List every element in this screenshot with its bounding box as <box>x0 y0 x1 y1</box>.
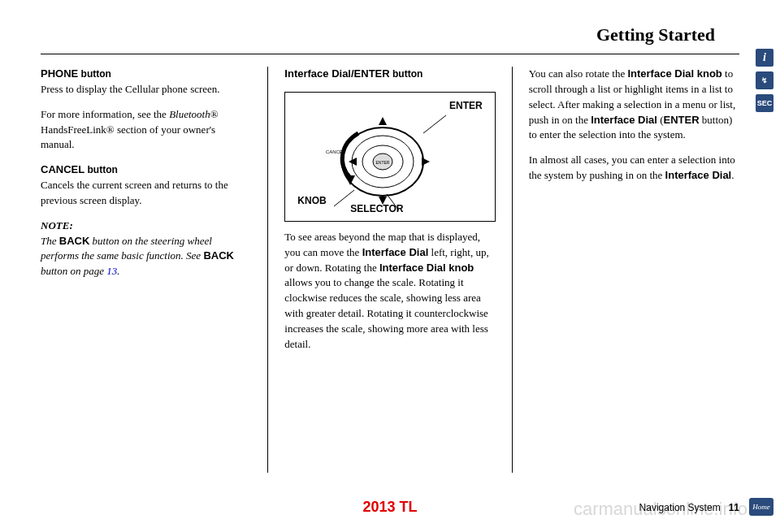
svg-line-12 <box>334 190 354 206</box>
svg-marker-9 <box>349 158 357 166</box>
col3-para1: You can also rotate the Interface Dial k… <box>529 67 739 143</box>
note-body: The BACK button on the steering wheel pe… <box>41 235 234 278</box>
sec-icon[interactable]: SEC <box>756 94 774 112</box>
interface-dial-heading: Interface Dial/ENTER button <box>284 67 422 80</box>
svg-marker-7 <box>379 117 387 125</box>
column-divider <box>267 67 268 473</box>
svg-line-11 <box>423 115 446 133</box>
footer: 2013 TL Navigation System 11 <box>0 499 780 516</box>
interface-dial-figure: ENTER KNOB SELECTOR ENTER CANCEL <box>284 92 495 222</box>
phone-more-text: For more information, see the <box>41 108 169 120</box>
side-nav-icons: i ↯ SEC <box>756 49 774 112</box>
interface-dial-body: To see areas beyond the map that is disp… <box>284 230 495 353</box>
column-divider <box>512 67 513 473</box>
footer-right: Navigation System 11 <box>639 502 739 513</box>
header-divider <box>41 54 739 54</box>
svg-text:ENTER: ENTER <box>376 160 390 165</box>
phone-heading: PHONE button <box>41 67 111 80</box>
home-icon[interactable]: Home <box>749 498 774 516</box>
dial-diagram: ENTER CANCEL <box>310 109 456 214</box>
column-right: You can also rotate the Interface Dial k… <box>529 67 739 473</box>
svg-marker-8 <box>379 197 387 205</box>
bluetooth-text: Bluetooth <box>169 108 210 120</box>
column-center: Interface Dial/ENTER button ENTER KNOB S… <box>284 67 495 473</box>
cancel-body: Cancels the current screen and returns t… <box>41 179 228 206</box>
model-year: 2013 TL <box>362 499 417 516</box>
col3-para2: In almost all cases, you can enter a sel… <box>529 153 739 184</box>
phone-body: Press to display the Cellular phone scre… <box>41 83 220 95</box>
page-title: Getting Started <box>41 24 739 45</box>
svg-line-13 <box>387 194 399 210</box>
column-left: PHONE button Press to display the Cellul… <box>41 67 251 473</box>
info-icon[interactable]: i <box>756 49 774 67</box>
cancel-heading: CANCEL button <box>41 163 118 175</box>
svg-marker-6 <box>345 175 355 185</box>
note-label: NOTE: <box>41 219 73 231</box>
page-link[interactable]: 13 <box>106 265 117 277</box>
svg-marker-10 <box>422 158 430 166</box>
nav-icon[interactable]: ↯ <box>756 71 774 89</box>
